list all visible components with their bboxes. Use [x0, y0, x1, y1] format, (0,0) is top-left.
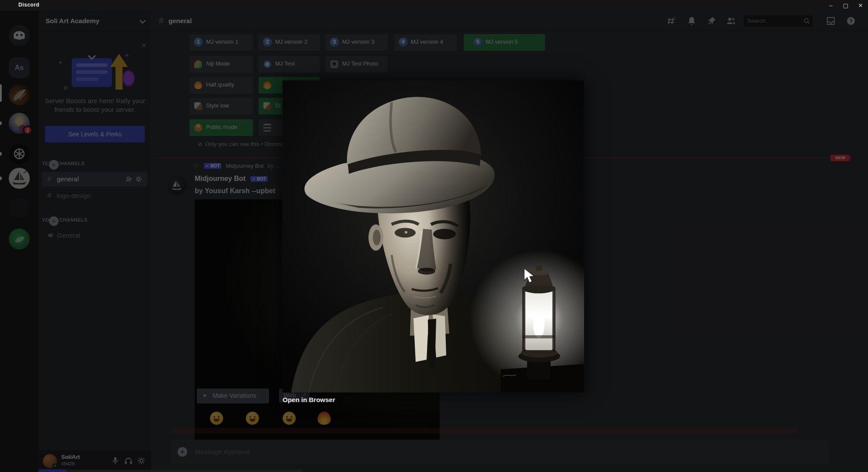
close-button[interactable]: ✕	[853, 0, 868, 11]
title-bar: Discord – ▢ ✕	[0, 0, 868, 11]
discord-window: Discord – ▢ ✕ As 2	[0, 0, 868, 472]
minimize-button[interactable]: –	[823, 0, 838, 11]
image-lightbox[interactable]	[282, 80, 584, 392]
portrait-photo	[282, 80, 584, 392]
app-title: Discord	[18, 2, 39, 8]
mouse-cursor	[523, 267, 536, 284]
open-in-browser-link[interactable]: Open in Browser	[283, 396, 335, 403]
maximize-button[interactable]: ▢	[838, 0, 853, 11]
